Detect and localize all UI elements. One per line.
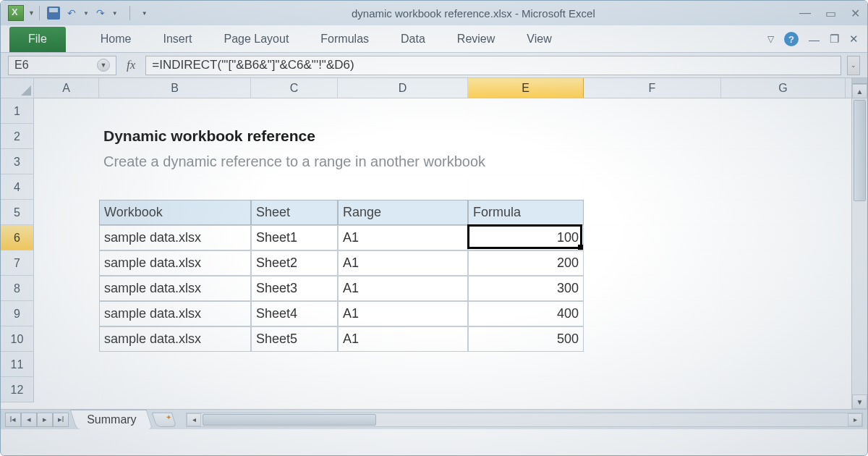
fx-icon[interactable]: fx (122, 58, 140, 72)
column-header[interactable]: A (34, 78, 99, 98)
column-header[interactable]: B (99, 78, 251, 98)
cell[interactable]: Sheet2 (251, 250, 338, 276)
cell[interactable] (721, 149, 846, 174)
tab-insert[interactable]: Insert (147, 27, 208, 52)
redo-icon[interactable]: ↷ (96, 7, 105, 19)
next-sheet-icon[interactable]: ▸ (37, 413, 53, 427)
row-header[interactable]: 1 (1, 98, 34, 124)
cell[interactable]: 500 (468, 326, 584, 352)
cell[interactable]: Formula (468, 200, 584, 225)
cell[interactable] (99, 352, 251, 377)
row-header[interactable]: 2 (1, 124, 34, 149)
redo-dropdown[interactable]: ▼ (112, 10, 118, 17)
cell[interactable] (584, 225, 721, 250)
cell[interactable] (584, 200, 721, 225)
cell[interactable] (721, 174, 846, 200)
horizontal-scrollbar[interactable]: ◂ ▸ (186, 413, 863, 427)
cell[interactable] (721, 377, 846, 402)
row-header[interactable]: 5 (1, 200, 34, 225)
undo-dropdown[interactable]: ▼ (83, 10, 89, 17)
cell[interactable]: Sheet5 (251, 326, 338, 352)
cell[interactable] (34, 124, 99, 149)
cell[interactable] (721, 225, 846, 250)
cell[interactable] (34, 276, 99, 301)
cell[interactable]: Sheet4 (251, 301, 338, 326)
cell[interactable] (584, 124, 721, 149)
cell[interactable] (721, 276, 846, 301)
cell[interactable] (99, 98, 251, 124)
cell[interactable] (34, 250, 99, 276)
tab-data[interactable]: Data (385, 27, 441, 52)
qat-customize-dropdown[interactable]: ▼ (142, 10, 148, 17)
formula-input[interactable]: =INDIRECT("'["&B6&"]"&C6&"'!"&D6) (145, 56, 841, 75)
select-all-button[interactable] (1, 78, 34, 98)
column-header[interactable]: E (468, 78, 584, 98)
tab-formulas[interactable]: Formulas (305, 27, 385, 52)
cell[interactable]: 100 (468, 225, 584, 250)
tab-review[interactable]: Review (441, 27, 511, 52)
close-icon[interactable]: ✕ (851, 7, 860, 20)
column-header[interactable]: C (251, 78, 338, 98)
cell[interactable] (584, 352, 721, 377)
new-sheet-icon[interactable] (152, 413, 176, 427)
minimize-icon[interactable]: ― (799, 7, 811, 20)
row-header[interactable]: 11 (1, 352, 34, 377)
cell[interactable] (251, 377, 338, 402)
tab-page-layout[interactable]: Page Layout (208, 27, 305, 52)
cell[interactable] (251, 174, 338, 200)
row-header[interactable]: 6 (1, 225, 34, 250)
ribbon-minimize-icon[interactable]: ▽ (767, 34, 774, 44)
row-header[interactable]: 7 (1, 250, 34, 276)
cell[interactable]: Dynamic workbook reference (99, 124, 584, 149)
file-tab[interactable]: File (9, 27, 66, 52)
cell[interactable] (584, 326, 721, 352)
cell[interactable] (721, 98, 846, 124)
cell[interactable] (468, 174, 584, 200)
cell[interactable] (584, 301, 721, 326)
sheet-tab-summary[interactable]: Summary (70, 410, 153, 429)
workbook-minimize-icon[interactable]: ― (809, 33, 820, 46)
cell[interactable]: sample data.xlsx (99, 301, 251, 326)
cell[interactable] (251, 352, 338, 377)
cell[interactable]: sample data.xlsx (99, 326, 251, 352)
vertical-scroll-thumb[interactable] (854, 100, 866, 201)
workbook-close-icon[interactable]: ✕ (849, 33, 859, 46)
cell[interactable]: A1 (338, 301, 468, 326)
cell[interactable] (721, 124, 846, 149)
cell[interactable]: Sheet1 (251, 225, 338, 250)
row-header[interactable]: 12 (1, 377, 34, 402)
cell[interactable]: Sheet3 (251, 276, 338, 301)
cell[interactable] (34, 98, 99, 124)
cell[interactable] (721, 352, 846, 377)
column-header[interactable]: F (584, 78, 721, 98)
excel-logo-icon[interactable] (8, 5, 24, 21)
cell[interactable]: 200 (468, 250, 584, 276)
workbook-restore-icon[interactable]: ❐ (830, 33, 839, 46)
cell[interactable]: 300 (468, 276, 584, 301)
cell[interactable] (34, 174, 99, 200)
prev-sheet-icon[interactable]: ◂ (21, 413, 37, 427)
cell[interactable]: A1 (338, 250, 468, 276)
cell[interactable] (584, 377, 721, 402)
cells-area[interactable]: Dynamic workbook referenceCreate a dynam… (34, 98, 851, 409)
scroll-down-icon[interactable]: ▼ (852, 394, 867, 409)
name-box[interactable]: E6 ▼ (8, 56, 116, 75)
cell[interactable]: 400 (468, 301, 584, 326)
cell[interactable] (99, 377, 251, 402)
cell[interactable]: sample data.xlsx (99, 225, 251, 250)
cell[interactable] (584, 174, 721, 200)
cell[interactable] (468, 352, 584, 377)
name-box-dropdown-icon[interactable]: ▼ (97, 59, 110, 72)
cell[interactable] (34, 200, 99, 225)
cell[interactable] (99, 174, 251, 200)
cell[interactable] (34, 326, 99, 352)
row-header[interactable]: 9 (1, 301, 34, 326)
cell[interactable]: Range (338, 200, 468, 225)
row-header[interactable]: 3 (1, 149, 34, 174)
scroll-left-icon[interactable]: ◂ (187, 413, 201, 426)
help-icon[interactable]: ? (784, 32, 799, 46)
cell[interactable] (338, 352, 468, 377)
column-header[interactable]: G (721, 78, 846, 98)
horizontal-scroll-thumb[interactable] (203, 414, 376, 426)
cell[interactable] (584, 276, 721, 301)
